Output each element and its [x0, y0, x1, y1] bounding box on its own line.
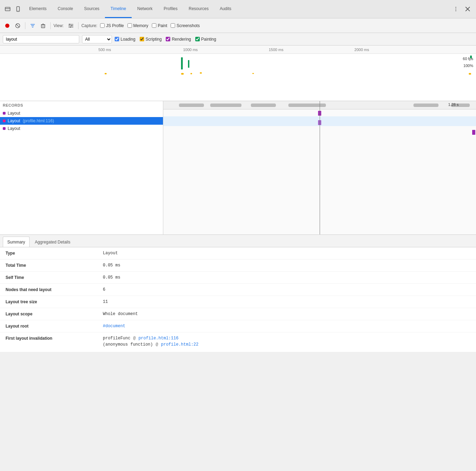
- tab-network[interactable]: Network: [132, 0, 158, 18]
- record-row-2[interactable]: Layout (profile.html:116): [0, 117, 163, 125]
- row-root: Layout root #document: [0, 320, 476, 332]
- invalidation-entry-1: profileFunc @ profile.html:116: [103, 336, 470, 341]
- memory-input[interactable]: [128, 23, 132, 28]
- tab-timeline[interactable]: Timeline: [105, 0, 132, 18]
- svg-point-6: [456, 10, 456, 11]
- painting-checkbox[interactable]: [195, 37, 200, 41]
- invalidation-at-1: @: [133, 336, 136, 341]
- scrollbar-seg-4: [288, 104, 326, 107]
- row-self-key: Self Time: [0, 272, 97, 284]
- screenshots-checkbox[interactable]: Screenshots: [171, 23, 200, 28]
- scripting-checkbox[interactable]: [140, 37, 144, 41]
- svg-point-9: [5, 24, 9, 28]
- time-marker: 1.28 s: [448, 102, 459, 107]
- tab-console[interactable]: Console: [52, 0, 79, 18]
- timeline-toolbar: View: Capture: JS Profile Memory Paint S…: [0, 18, 476, 33]
- row-tree-value: 11: [97, 296, 476, 308]
- filter-input[interactable]: [3, 35, 79, 43]
- clear-button[interactable]: [13, 21, 22, 30]
- record-row-1[interactable]: Layout: [0, 109, 163, 117]
- js-profile-checkbox[interactable]: JS Profile: [100, 23, 124, 28]
- tab-sources[interactable]: Sources: [79, 0, 105, 18]
- record-label-2: Layout: [8, 118, 20, 123]
- row-tree-key: Layout tree size: [0, 296, 97, 308]
- screenshots-input[interactable]: [171, 23, 175, 28]
- record-row-3[interactable]: Layout: [0, 125, 163, 132]
- paint-checkbox[interactable]: Paint: [152, 23, 167, 28]
- js-profile-input[interactable]: [100, 23, 105, 28]
- timeline-ruler: 500 ms 1000 ms 1500 ms 2000 ms: [0, 46, 476, 54]
- record-label-3: Layout: [8, 126, 20, 131]
- row-nodes: Nodes that need layout 6: [0, 284, 476, 296]
- tab-elements[interactable]: Elements: [24, 0, 52, 18]
- pct-label: 100%: [463, 64, 473, 68]
- trash-button[interactable]: [39, 21, 48, 30]
- root-link[interactable]: #document: [103, 324, 125, 329]
- category-checkboxes: Loading Scripting Rendering Painting: [115, 37, 216, 42]
- ruler-tick-1500: 1500 ms: [269, 48, 283, 52]
- row-invalidation-value: profileFunc @ profile.html:116 (anonymou…: [97, 332, 476, 352]
- timeline-area[interactable]: 500 ms 1000 ms 1500 ms 2000 ms 60 fps 10…: [0, 46, 476, 101]
- tab-profiles[interactable]: Profiles: [158, 0, 183, 18]
- record-label-1: Layout: [8, 111, 20, 116]
- rendering-category[interactable]: Rendering: [166, 37, 191, 42]
- event-marker-3: [472, 130, 475, 135]
- view-settings-button[interactable]: [66, 21, 75, 30]
- timeline-bar-2: [188, 60, 189, 68]
- toolbar-divider-3: [78, 22, 79, 29]
- record-link-2[interactable]: (profile.html:116): [23, 118, 54, 123]
- scrollbar-seg-1: [179, 104, 204, 107]
- close-icon[interactable]: [463, 4, 473, 14]
- row-self-value: 0.05 ms: [97, 272, 476, 284]
- row-nodes-value: 6: [97, 284, 476, 296]
- toolbar-divider-1: [25, 22, 25, 29]
- record-dot-1: [3, 112, 6, 115]
- mobile-icon[interactable]: [13, 4, 23, 14]
- timeline-tracks: 60 fps 100%: [0, 54, 476, 101]
- devtools-right-icons: [451, 4, 473, 14]
- tab-resources[interactable]: Resources: [183, 0, 214, 18]
- row-scope: Layout scope Whole document: [0, 308, 476, 320]
- loading-category[interactable]: Loading: [115, 37, 136, 42]
- svg-line-11: [16, 24, 19, 27]
- memory-checkbox[interactable]: Memory: [128, 23, 148, 28]
- row-root-value: #document: [97, 320, 476, 332]
- rendering-checkbox[interactable]: [166, 37, 170, 41]
- row-invalidation-key: First layout invalidation: [0, 332, 97, 352]
- capture-options: JS Profile Memory Paint Screenshots: [100, 23, 200, 28]
- vertical-line: [320, 101, 320, 234]
- dock-icon[interactable]: [3, 4, 13, 14]
- tab-aggregated[interactable]: Aggregated Details: [30, 237, 75, 247]
- row-root-key: Layout root: [0, 320, 97, 332]
- records-area: RECORDS Layout Layout (profile.html:116)…: [0, 101, 476, 235]
- more-options-icon[interactable]: [451, 4, 461, 14]
- filter-button[interactable]: [28, 21, 37, 30]
- scripting-dot-5: [252, 73, 254, 74]
- row-nodes-key: Nodes that need layout: [0, 284, 97, 296]
- records-right[interactable]: 1.28 s: [163, 101, 476, 234]
- painting-category[interactable]: Painting: [195, 37, 216, 42]
- svg-point-4: [456, 7, 456, 8]
- main-tabs: Elements Console Sources Timeline Networ…: [24, 0, 451, 18]
- ruler-tick-2000: 2000 ms: [354, 48, 369, 52]
- records-header: RECORDS: [0, 101, 163, 109]
- filter-select[interactable]: All Loading Scripting Rendering: [82, 35, 112, 43]
- scrollbar-seg-5: [413, 104, 438, 107]
- tab-summary[interactable]: Summary: [3, 237, 30, 247]
- svg-rect-0: [5, 7, 10, 11]
- paint-input[interactable]: [152, 23, 156, 28]
- row-invalidation: First layout invalidation profileFunc @ …: [0, 332, 476, 352]
- invalidation-link-1[interactable]: profile.html:116: [138, 336, 178, 341]
- loading-checkbox[interactable]: [115, 37, 119, 41]
- scrollbar-seg-2: [210, 104, 241, 107]
- view-label: View:: [54, 23, 64, 28]
- record-button[interactable]: [3, 21, 12, 30]
- details-section: Summary Aggregated Details Type Layout T…: [0, 235, 476, 352]
- invalidation-link-2[interactable]: profile.html:22: [161, 342, 198, 347]
- filter-row: All Loading Scripting Rendering Loading …: [0, 33, 476, 46]
- scripting-category[interactable]: Scripting: [140, 37, 162, 42]
- ruler-tick-1000: 1000 ms: [183, 48, 198, 52]
- record-dot-3: [3, 127, 6, 130]
- records-left: RECORDS Layout Layout (profile.html:116)…: [0, 101, 163, 234]
- tab-audits[interactable]: Audits: [214, 0, 237, 18]
